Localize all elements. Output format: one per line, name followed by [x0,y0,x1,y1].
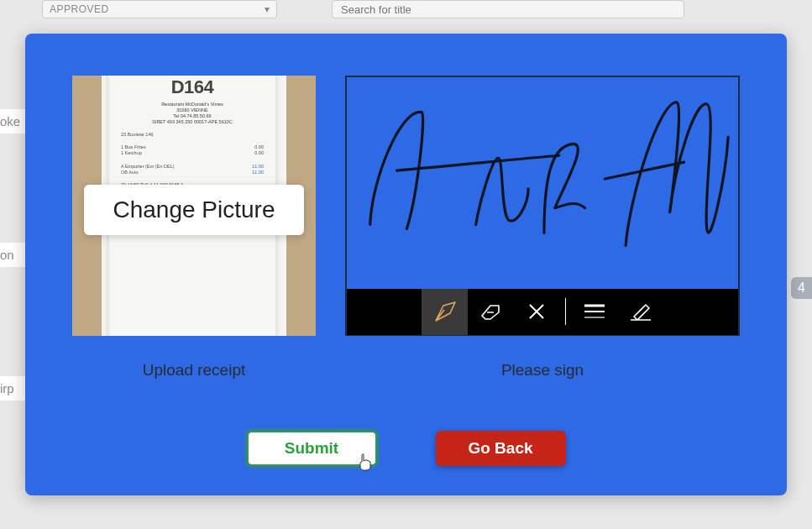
pen-nib-icon [432,301,457,322]
eraser-icon [479,302,502,321]
change-picture-button[interactable]: Change Picture [84,185,304,235]
edit-button[interactable] [617,289,663,335]
search-input[interactable] [332,0,684,18]
go-back-button[interactable]: Go Back [436,431,566,466]
pen-tool-button[interactable] [422,289,468,335]
upload-label: Upload receipt [143,361,246,380]
status-filter-value: APPROVED [50,3,109,15]
signature-stroke [347,77,738,289]
status-filter-select[interactable]: APPROVED ▾ [42,0,277,18]
x-icon [527,302,546,321]
receipt-image: D164 Restaurant McDonald's Vimes 30260 V… [72,76,316,336]
sign-label: Please sign [501,361,584,380]
pencil-box-icon [629,301,652,322]
chevron-down-icon: ▾ [265,3,270,15]
eraser-tool-button[interactable] [468,289,514,335]
signature-panel: Please sign [345,76,740,402]
receipt-code: D164 [118,76,267,100]
modal-button-row: Submit Go Back [67,431,745,466]
line-weight-button[interactable] [571,289,617,335]
lines-icon [583,303,606,320]
toolbar-separator [565,298,567,325]
submit-button[interactable]: Submit [247,431,377,466]
signature-toolbar [347,289,738,335]
signature-canvas[interactable] [347,77,738,289]
clear-button[interactable] [514,289,560,335]
cursor-pointer-icon [358,453,373,471]
signature-box [345,76,740,336]
upload-receipt-panel: D164 Restaurant McDonald's Vimes 30260 V… [72,76,316,402]
receipt-sign-modal: D164 Restaurant McDonald's Vimes 30260 V… [25,34,787,495]
count-badge: 4 [791,277,812,299]
